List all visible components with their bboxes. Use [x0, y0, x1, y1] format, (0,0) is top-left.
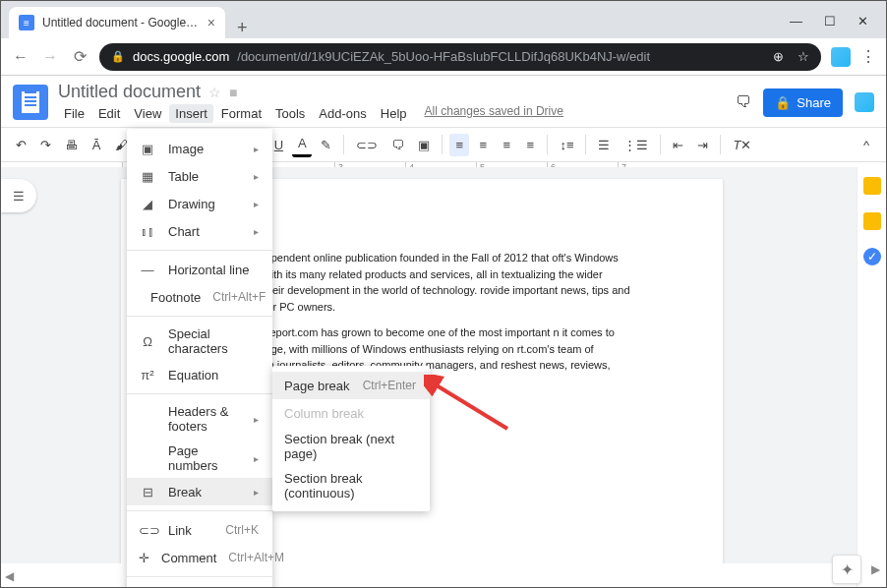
text-color-button[interactable]: A: [292, 132, 312, 157]
insert-page-numbers[interactable]: Page numbers▸: [127, 439, 272, 478]
insert-chart[interactable]: ⫾⫿Chart▸: [127, 217, 272, 245]
docs-favicon: ≡: [19, 15, 34, 30]
insert-link-button[interactable]: ⊂⊃: [351, 134, 383, 156]
print-button[interactable]: 🖶: [60, 134, 83, 156]
insert-bookmark[interactable]: Bookmark: [127, 582, 272, 588]
break-column-break: Column break: [272, 399, 430, 427]
menu-view[interactable]: View: [128, 104, 167, 123]
calendar-icon[interactable]: [863, 177, 881, 195]
menu-addons[interactable]: Add-ons: [313, 104, 372, 123]
align-left-button[interactable]: ≡: [449, 134, 469, 156]
increase-indent-button[interactable]: ⇥: [692, 134, 713, 156]
window-controls: ― ☐ ✕: [790, 14, 886, 38]
menu-help[interactable]: Help: [375, 104, 413, 123]
url-input[interactable]: 🔒 docs.google.com/document/d/1k9UCiEZAk_…: [99, 43, 821, 71]
explore-button[interactable]: ✦: [832, 555, 861, 584]
insert-drawing[interactable]: ◢Drawing▸: [127, 190, 272, 217]
spellcheck-button[interactable]: Ā: [87, 134, 106, 156]
insert-horizontal-line[interactable]: —Horizontal line: [127, 256, 272, 283]
browser-tabstrip: ≡ Untitled document - Google Doc × + ― ☐…: [1, 1, 886, 38]
insert-image[interactable]: ▣Image▸: [127, 135, 272, 162]
document-title[interactable]: Untitled document: [58, 82, 201, 102]
numbered-list-button[interactable]: ☰: [593, 134, 615, 156]
browser-menu-icon[interactable]: ⋮: [860, 47, 876, 66]
insert-image-button[interactable]: ▣: [413, 134, 435, 156]
star-icon[interactable]: ☆: [208, 85, 221, 100]
scroll-left-icon[interactable]: ◀: [5, 569, 14, 583]
maximize-button[interactable]: ☐: [824, 14, 836, 29]
scroll-right-icon[interactable]: ▶: [871, 562, 880, 576]
tab-title: Untitled document - Google Doc: [42, 16, 200, 29]
insert-link[interactable]: ⊂⊃LinkCtrl+K: [127, 516, 272, 544]
docs-header: Untitled document ☆ ■ File Edit View Ins…: [1, 76, 886, 123]
insert-table[interactable]: ▦Table▸: [127, 162, 272, 190]
highlight-button[interactable]: ✎: [316, 134, 336, 156]
decrease-indent-button[interactable]: ⇤: [668, 134, 688, 156]
align-center-button[interactable]: ≡: [473, 134, 493, 156]
side-panel: ✓: [857, 167, 886, 587]
keep-icon[interactable]: [863, 212, 881, 230]
insert-comment[interactable]: ✛CommentCtrl+Alt+M: [127, 544, 272, 571]
move-folder-icon[interactable]: ■: [229, 85, 237, 100]
undo-button[interactable]: ↶: [11, 134, 31, 156]
comments-icon[interactable]: 🗨: [736, 93, 751, 111]
url-path: /document/d/1k9UCiEZAk_5bUoo-HFaBsIubFCL…: [237, 49, 650, 64]
address-bar: ← → ⟳ 🔒 docs.google.com/document/d/1k9UC…: [1, 38, 886, 76]
menu-file[interactable]: File: [58, 104, 90, 123]
outline-toggle-button[interactable]: ☰: [1, 179, 36, 212]
insert-comment-button[interactable]: 🗨: [386, 134, 409, 156]
insert-headers-footers[interactable]: Headers & footers▸: [127, 399, 272, 439]
new-tab-button[interactable]: +: [225, 18, 260, 38]
share-button[interactable]: 🔒Share: [763, 88, 843, 117]
menu-edit[interactable]: Edit: [92, 104, 126, 123]
zoom-icon[interactable]: ⊕: [773, 49, 784, 64]
insert-special-characters[interactable]: ΩSpecial characters: [127, 322, 272, 361]
account-avatar[interactable]: [855, 92, 874, 112]
menu-bar: File Edit View Insert Format Tools Add-o…: [58, 104, 726, 123]
insert-break[interactable]: ⊟Break▸: [127, 478, 272, 505]
clear-formatting-button[interactable]: T✕: [728, 134, 756, 156]
menu-insert[interactable]: Insert: [169, 104, 213, 123]
back-button[interactable]: ←: [11, 48, 30, 66]
extension-icon[interactable]: [831, 47, 851, 67]
align-justify-button[interactable]: ≡: [520, 134, 540, 156]
break-section-break-continuous-[interactable]: Section break (continuous): [272, 466, 430, 505]
lock-icon: 🔒: [111, 50, 125, 63]
menu-tools[interactable]: Tools: [269, 104, 311, 123]
docs-logo[interactable]: [13, 85, 48, 120]
minimize-button[interactable]: ―: [790, 14, 802, 29]
redo-button[interactable]: ↷: [35, 134, 56, 156]
break-submenu: Page breakCtrl+EnterColumn breakSection …: [272, 366, 430, 511]
close-tab-icon[interactable]: ×: [207, 15, 215, 30]
bottom-bar: ✦ ▶: [832, 555, 880, 584]
browser-tab[interactable]: ≡ Untitled document - Google Doc ×: [9, 7, 225, 38]
tasks-icon[interactable]: ✓: [863, 248, 881, 265]
close-window-button[interactable]: ✕: [857, 14, 868, 29]
insert-equation[interactable]: π²Equation: [127, 361, 272, 388]
line-spacing-button[interactable]: ↕≡: [555, 134, 578, 156]
hide-menus-button[interactable]: ^: [857, 134, 876, 156]
insert-dropdown: ▣Image▸▦Table▸◢Drawing▸⫾⫿Chart▸—Horizont…: [127, 129, 272, 588]
menu-format[interactable]: Format: [215, 104, 267, 123]
reload-button[interactable]: ⟳: [70, 47, 89, 66]
save-status[interactable]: All changes saved in Drive: [425, 104, 563, 123]
bulleted-list-button[interactable]: ⋮☰: [619, 134, 653, 156]
break-section-break-next-page-[interactable]: Section break (next page): [272, 427, 430, 466]
insert-footnote[interactable]: FootnoteCtrl+Alt+F: [127, 283, 272, 311]
forward-button[interactable]: →: [40, 48, 60, 66]
lock-icon: 🔒: [775, 95, 791, 110]
bookmark-star-icon[interactable]: ☆: [798, 49, 809, 64]
url-domain: docs.google.com: [133, 49, 229, 64]
align-right-button[interactable]: ≡: [497, 134, 516, 156]
break-page-break[interactable]: Page breakCtrl+Enter: [272, 372, 430, 399]
